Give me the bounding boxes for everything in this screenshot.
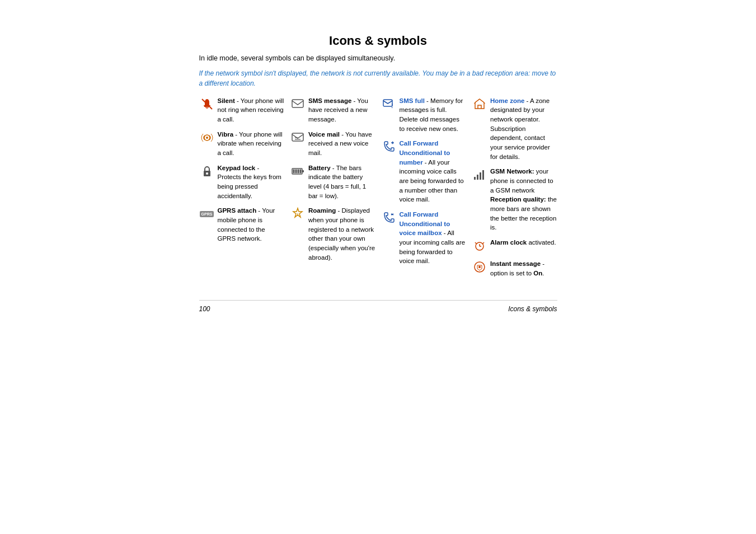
alarm-label: Alarm clock <box>490 239 527 246</box>
col4: Home zone - A zone designated by your ne… <box>472 96 557 284</box>
vibra-text: Vibra - Your phone will vibrate when rec… <box>218 130 285 158</box>
svg-rect-12 <box>295 169 297 173</box>
vibra-label: Vibra <box>218 131 234 138</box>
silent-text: Silent - Your phone will not ring when r… <box>218 96 285 124</box>
intro-text: In idle mode, several symbols can be dis… <box>199 54 557 64</box>
home-zone-icon <box>472 96 487 112</box>
voice-mail-text: Voice mail - You have received a new voi… <box>308 130 375 158</box>
list-item: Call Forward Unconditional to number - A… <box>381 139 467 204</box>
sms-full-label: SMS full <box>400 97 425 104</box>
sms-message-text: SMS message - You have received a new me… <box>308 96 375 124</box>
silent-icon <box>199 96 215 112</box>
gprs-icon: GPRS <box>199 206 215 222</box>
gsm-label: GSM Network: <box>490 168 534 175</box>
list-item: Keypad lock - Protects the keys from bei… <box>199 163 285 201</box>
list-item: Alarm clock activated. <box>472 238 557 254</box>
svg-rect-20 <box>480 172 481 180</box>
list-item: Battery - The bars indicate the battery … <box>290 163 375 201</box>
list-item: ! SMS full - Memory for messages is full… <box>381 96 467 134</box>
sms-message-icon <box>290 96 306 112</box>
reception-quality-label: Reception quality: <box>490 196 546 203</box>
svg-point-2 <box>206 137 208 139</box>
list-item: Voice mail - You have received a new voi… <box>290 130 375 158</box>
col2: SMS message - You have received a new me… <box>290 96 381 284</box>
col3: ! SMS full - Memory for messages is full… <box>381 96 472 284</box>
alarm-clock-icon <box>472 238 487 254</box>
silent-label: Silent <box>218 97 235 104</box>
list-item: Home zone - A zone designated by your ne… <box>472 96 557 162</box>
voice-mail-label: Voice mail <box>308 131 340 138</box>
page: Icons & symbols In idle mode, several sy… <box>182 22 574 324</box>
sms-full-icon: ! <box>381 96 397 112</box>
svg-text:!: ! <box>391 103 393 109</box>
page-title: Icons & symbols <box>199 34 557 48</box>
roaming-text: Roaming - Displayed when your phone is r… <box>308 206 375 262</box>
battery-icon <box>290 163 306 179</box>
vibra-icon <box>199 130 215 146</box>
call-forward-number-icon <box>381 139 397 154</box>
gprs-text: GPRS attach - Your mobile phone is conne… <box>218 206 285 243</box>
home-zone-text: Home zone - A zone designated by your ne… <box>490 96 557 162</box>
instant-message-icon <box>472 259 487 275</box>
home-zone-label: Home zone <box>490 97 524 104</box>
keypad-lock-icon <box>199 163 215 179</box>
alarm-text: Alarm clock activated. <box>490 238 556 247</box>
gsm-text: GSM Network: your phone is connected to … <box>490 167 557 232</box>
gprs-label: GPRS attach <box>218 207 257 214</box>
svg-rect-18 <box>474 177 476 180</box>
svg-point-26 <box>478 266 481 268</box>
list-item: Instant message - option is set to On. <box>472 259 557 278</box>
svg-rect-14 <box>300 169 302 173</box>
page-footer: 100 Icons & symbols <box>199 300 557 313</box>
keypad-label: Keypad lock <box>218 165 256 171</box>
svg-rect-21 <box>482 170 484 180</box>
page-number: 100 <box>199 305 210 313</box>
instant-message-on-label: On <box>533 270 542 277</box>
footer-section-title: Icons & symbols <box>508 305 557 313</box>
svg-rect-10 <box>302 170 304 172</box>
list-item: ! Roaming - Displayed when your phone is… <box>290 206 375 262</box>
instant-message-text: Instant message - option is set to On. <box>490 259 557 278</box>
battery-label: Battery <box>308 165 331 171</box>
svg-point-4 <box>206 172 208 175</box>
sms-message-label: SMS message <box>308 97 351 104</box>
gsm-icon <box>472 167 487 182</box>
roaming-label: Roaming <box>308 207 336 214</box>
list-item: Call Forward Unconditional to voice mail… <box>381 210 467 266</box>
svg-rect-5 <box>292 100 303 107</box>
call-forward-voicemail-icon <box>381 210 397 226</box>
content-columns: Silent - Your phone will not ring when r… <box>199 96 557 284</box>
svg-rect-11 <box>293 169 295 173</box>
battery-text: Battery - The bars indicate the battery … <box>308 163 375 201</box>
svg-rect-13 <box>298 169 299 173</box>
call-forward-voicemail-label: Call Forward Unconditional to voice mail… <box>400 211 450 236</box>
keypad-text: Keypad lock - Protects the keys from bei… <box>218 163 285 201</box>
list-item: Silent - Your phone will not ring when r… <box>199 96 285 124</box>
voice-mail-icon <box>290 130 306 146</box>
sms-full-text: SMS full - Memory for messages is full. … <box>400 96 467 134</box>
svg-rect-6 <box>292 133 303 141</box>
call-forward-voicemail-text: Call Forward Unconditional to voice mail… <box>400 210 467 266</box>
col1: Silent - Your phone will not ring when r… <box>199 96 290 284</box>
list-item: SMS message - You have received a new me… <box>290 96 375 124</box>
list-item: GPRS GPRS attach - Your mobile phone is … <box>199 206 285 243</box>
roaming-icon: ! <box>290 206 306 222</box>
svg-rect-19 <box>477 175 478 180</box>
call-forward-number-text: Call Forward Unconditional to number - A… <box>400 139 467 204</box>
italic-note: If the network symbol isn't displayed, t… <box>199 68 557 88</box>
svg-text:!: ! <box>297 213 298 217</box>
call-forward-number-label: Call Forward Unconditional to number <box>400 140 450 165</box>
list-item: Vibra - Your phone will vibrate when rec… <box>199 130 285 158</box>
instant-message-label: Instant message <box>490 260 541 267</box>
list-item: GSM Network: your phone is connected to … <box>472 167 557 232</box>
